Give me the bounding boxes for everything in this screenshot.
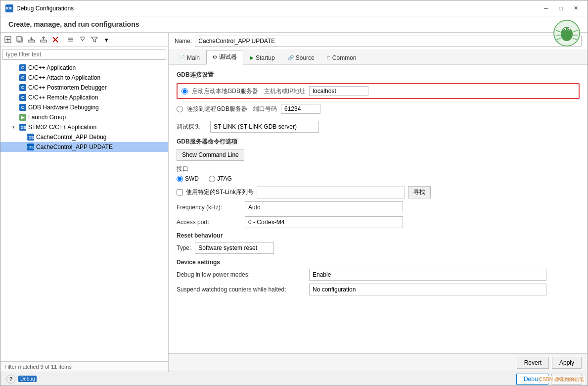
radio-local-input[interactable]: [181, 88, 188, 95]
filter-input[interactable]: [2, 49, 166, 60]
tree-item-cache-update[interactable]: IDE CacheControl_APP UPDATE: [0, 142, 168, 152]
serial-select[interactable]: [257, 187, 405, 198]
debug-low-power-row: Debug in low power modes: Enable: [177, 269, 580, 281]
bug-icon-area: [553, 19, 581, 47]
serial-checkbox[interactable]: [177, 189, 183, 195]
delete-config-button[interactable]: [50, 34, 61, 45]
duplicate-config-button[interactable]: [14, 34, 25, 45]
title-buttons: ─ □ ✕: [539, 3, 583, 13]
footer-left: ? Debug: [6, 375, 37, 384]
tree-label: CacheControl_APP UPDATE: [36, 144, 113, 150]
gear-icon: ⚙: [213, 54, 217, 60]
radio-jtag-label[interactable]: JTAG: [209, 175, 232, 182]
svg-point-2: [563, 27, 571, 34]
name-input[interactable]: [195, 36, 582, 47]
radio-local-label: 启动启动本地GDB服务器: [192, 87, 258, 96]
tab-source-label: Source: [296, 54, 315, 61]
swd-label: SWD: [185, 175, 199, 182]
type-label: Type:: [177, 244, 191, 251]
c-icon: C: [19, 94, 26, 101]
svg-point-6: [568, 29, 569, 30]
suspend-watchdog-row: Suspend watchdog counters while halted: …: [177, 284, 580, 295]
more-button[interactable]: ▾: [101, 34, 112, 45]
main-content: ▾ C C/C++ Application C C/C++ Attach to …: [0, 33, 588, 372]
import-button[interactable]: [38, 34, 49, 45]
title-bar-left: IDE Debug Configurations: [5, 4, 74, 12]
radio-remote-input[interactable]: [177, 106, 183, 112]
gdb-options-title: GDB服务器命令行选项: [177, 138, 580, 146]
c-icon: C: [19, 64, 26, 71]
expand-all-button[interactable]: [77, 34, 88, 45]
tree-item-gdb-hw[interactable]: C GDB Hardware Debugging: [0, 102, 168, 112]
radio-jtag-input[interactable]: [209, 176, 215, 182]
tree-item-stm32-app[interactable]: IDE STM32 C/C++ Application: [0, 122, 168, 132]
serial-label: 使用特定的ST-Link序列号: [186, 188, 254, 196]
tree-item-cpp-attach[interactable]: C C/C++ Attach to Application: [0, 73, 168, 83]
radio-remote-row: 连接到远程GDB服务器 端口号码: [177, 102, 580, 116]
tab-startup[interactable]: ▶ Startup: [243, 50, 281, 65]
local-host-input[interactable]: [309, 86, 368, 96]
interface-title: 接口: [177, 165, 580, 173]
suspend-watchdog-select[interactable]: No configuration: [309, 284, 546, 295]
ide-icon: IDE: [19, 124, 26, 131]
launch-icon: ▶: [19, 114, 26, 121]
collapse-all-button[interactable]: [65, 34, 76, 45]
show-cmd-line-button[interactable]: Show Command Line: [177, 149, 244, 161]
maximize-button[interactable]: □: [554, 3, 568, 13]
page-icon: 📄: [179, 55, 185, 60]
c-icon: C: [19, 104, 26, 111]
svg-rect-20: [41, 40, 46, 42]
tab-common[interactable]: □ Common: [321, 50, 363, 65]
header-area: Create, manage, and run configurations: [0, 16, 588, 33]
minimize-button[interactable]: ─: [539, 3, 553, 13]
header-subtitle: Create, manage, and run configurations: [8, 20, 139, 28]
footer-bar: ? Debug Debug Close: [0, 372, 588, 386]
tree-item-launch-group[interactable]: ▶ Launch Group: [0, 112, 168, 122]
filter-button[interactable]: [89, 34, 100, 45]
name-row: Name:: [169, 33, 588, 50]
tab-debugger-label: 调试器: [219, 53, 237, 61]
toolbar-sep-1: [63, 35, 63, 44]
title-bar: IDE Debug Configurations ─ □ ✕: [0, 0, 588, 16]
freq-select[interactable]: Auto: [245, 201, 403, 213]
radio-swd-input[interactable]: [177, 176, 183, 182]
debug-probe-row: 调试探头 ST-LINK (ST-LINK GDB server): [177, 121, 580, 133]
reset-type-row: Type: Software system reset: [177, 242, 580, 254]
debug-probe-select-area: ST-LINK (ST-LINK GDB server): [210, 121, 319, 133]
left-panel: ▾ C C/C++ Application C C/C++ Attach to …: [0, 33, 169, 372]
revert-button[interactable]: Revert: [517, 357, 549, 369]
suspend-watchdog-label: Suspend watchdog counters while halted:: [177, 286, 305, 293]
tree-label: C/C++ Postmortem Debugger: [28, 84, 107, 91]
debug-probe-label: 调试探头: [177, 123, 206, 131]
apply-button[interactable]: Apply: [552, 357, 582, 369]
reset-type-select[interactable]: Software system reset: [195, 242, 274, 254]
tree-item-cpp-app[interactable]: C C/C++ Application: [0, 63, 168, 73]
port-input[interactable]: [281, 104, 320, 114]
debug-low-power-select[interactable]: Enable: [309, 269, 546, 281]
tree-item-cache-debug[interactable]: IDE CacheControl_APP Debug: [0, 132, 168, 142]
svg-point-5: [564, 29, 565, 30]
tree-item-cpp-postmortem[interactable]: C C/C++ Postmortem Debugger: [0, 83, 168, 93]
tree-label: Launch Group: [28, 114, 66, 121]
tree-expand-arrow: [12, 125, 17, 130]
left-toolbar: ▾: [0, 33, 168, 47]
debug-low-power-label: Debug in low power modes:: [177, 271, 305, 278]
export-button[interactable]: [26, 34, 37, 45]
tree-item-cpp-remote[interactable]: C C/C++ Remote Application: [0, 93, 168, 102]
reset-title: Reset behaviour: [177, 232, 580, 239]
access-port-select[interactable]: 0 - Cortex-M4: [245, 216, 403, 228]
config-content: GDB连接设置 启动启动本地GDB服务器 主机名或IP地址 连接到远程GDB服务…: [169, 65, 588, 353]
tab-debugger[interactable]: ⚙ 调试器: [206, 50, 243, 65]
tab-main[interactable]: 📄 Main: [173, 50, 206, 65]
tree-label: C/C++ Attach to Application: [28, 74, 100, 81]
gdb-section-title: GDB连接设置: [177, 71, 580, 79]
radio-swd-label[interactable]: SWD: [177, 175, 199, 182]
new-config-button[interactable]: [2, 34, 13, 45]
debug-probe-select[interactable]: ST-LINK (ST-LINK GDB server): [210, 121, 319, 133]
find-serial-button[interactable]: 寻找: [408, 186, 431, 198]
svg-rect-17: [17, 37, 21, 41]
close-window-button[interactable]: ✕: [569, 3, 583, 13]
tab-source[interactable]: 🔗 Source: [281, 50, 321, 65]
help-button[interactable]: ?: [6, 375, 15, 384]
ide-icon: IDE: [27, 134, 34, 141]
